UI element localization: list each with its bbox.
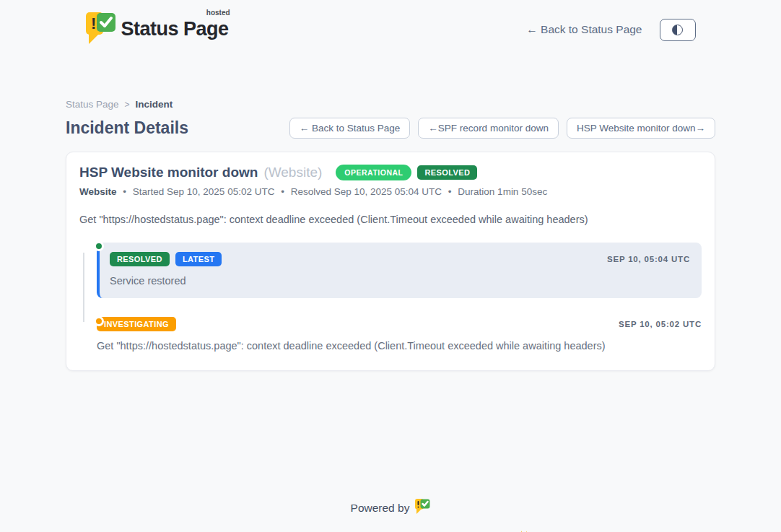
footer: Powered by © 2025-10-08 14:10:34.772084 …	[0, 498, 781, 532]
timeline-highlight-box: RESOLVED LATEST SEP 10, 05:04 UTC Servic…	[97, 243, 702, 298]
meta-started: Started Sep 10, 2025 05:02 UTC	[133, 186, 275, 197]
timeline-message: Get "https://hostedstatus.page": context…	[97, 340, 702, 352]
breadcrumb-incident: Incident	[136, 99, 173, 110]
timeline-dot-orange	[94, 316, 104, 326]
meta-resolved: Resolved Sep 10, 2025 05:04 UTC	[291, 186, 442, 197]
incident-meta: Website • Started Sep 10, 2025 05:02 UTC…	[79, 186, 702, 197]
status-bubble-logo-icon: !	[86, 11, 116, 48]
timeline-entry-resolved: RESOLVED LATEST SEP 10, 05:04 UTC Servic…	[97, 243, 702, 298]
operational-badge: OPERATIONAL	[336, 165, 411, 180]
investigating-badge: INVESTIGATING	[97, 317, 176, 331]
powered-by-label: Powered by	[351, 502, 410, 515]
status-bubble-logo-icon	[415, 498, 430, 518]
resolved-badge: RESOLVED	[417, 165, 477, 180]
breadcrumb-separator: >	[125, 100, 130, 110]
app-logo: ! Status Page hosted	[86, 11, 229, 48]
timeline-dot-green	[94, 241, 104, 251]
back-to-status-page-button[interactable]: ← Back to Status Page	[289, 118, 411, 139]
meta-component: Website	[79, 186, 117, 197]
theme-toggle-button[interactable]	[660, 19, 696, 41]
meta-duration: Duration 1min 50sec	[458, 186, 547, 197]
svg-text:!: !	[91, 14, 96, 32]
latest-badge: LATEST	[175, 252, 222, 266]
timeline-entry-investigating: INVESTIGATING SEP 10, 05:02 UTC Get "htt…	[97, 317, 702, 352]
page-title: Incident Details	[66, 118, 188, 138]
header: ! Status Page hosted ← Back to Status Pa…	[86, 0, 696, 48]
brand-name: Status Page	[121, 18, 229, 40]
prev-incident-button[interactable]: ←SPF record monitor down	[418, 118, 559, 139]
contrast-icon	[672, 25, 683, 35]
resolved-badge: RESOLVED	[110, 252, 170, 266]
incident-nav-buttons: ← Back to Status Page ←SPF record monito…	[289, 118, 715, 139]
timeline-message: Service restored	[110, 275, 690, 287]
incident-description: Get "https://hostedstatus.page": context…	[79, 214, 702, 225]
next-incident-button[interactable]: HSP Website monitor down→	[567, 118, 715, 139]
incident-component: (Website)	[263, 165, 322, 180]
main-content: Status Page > Incident Incident Details …	[66, 99, 715, 371]
header-back-link[interactable]: ← Back to Status Page	[526, 23, 642, 36]
timeline-connector	[83, 253, 84, 322]
breadcrumb-status-page[interactable]: Status Page	[66, 99, 119, 110]
incident-card: HSP Website monitor down (Website) OPERA…	[66, 152, 715, 371]
breadcrumb: Status Page > Incident	[66, 99, 715, 110]
incident-timeline: RESOLVED LATEST SEP 10, 05:04 UTC Servic…	[79, 243, 702, 352]
incident-title: HSP Website monitor down	[79, 165, 258, 180]
brand-superscript: hosted	[206, 9, 230, 17]
timeline-timestamp: SEP 10, 05:04 UTC	[607, 255, 690, 263]
timeline-timestamp: SEP 10, 05:02 UTC	[619, 320, 702, 328]
